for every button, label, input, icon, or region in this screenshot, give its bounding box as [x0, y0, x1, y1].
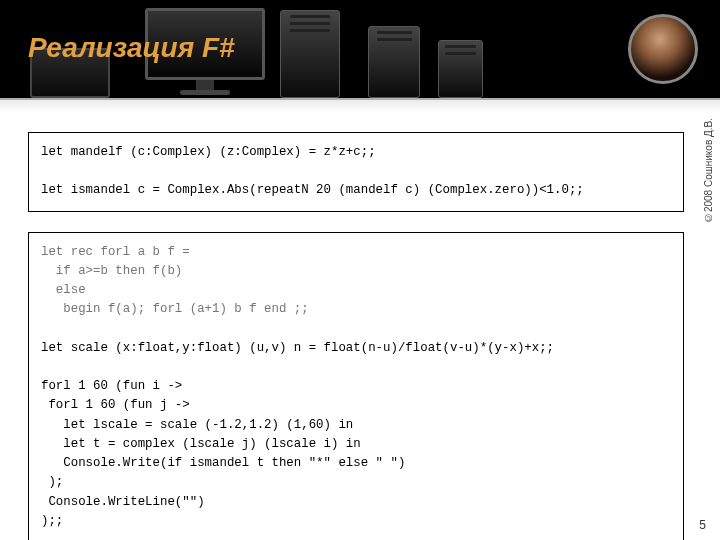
code-line: let rec forl a b f = [41, 245, 190, 259]
code-line: let mandelf (c:Complex) (z:Complex) = z*… [41, 145, 376, 159]
code-line: if a>=b then f(b) [41, 264, 182, 278]
slide-content: let mandelf (c:Complex) (z:Complex) = z*… [0, 118, 720, 540]
code-block-1: let mandelf (c:Complex) (z:Complex) = z*… [28, 132, 684, 212]
code-line: let lscale = scale (-1.2,1.2) (1,60) in [41, 418, 353, 432]
code-line: forl 1 60 (fun i -> [41, 379, 182, 393]
code-line: forl 1 60 (fun j -> [41, 398, 190, 412]
code-line: else [41, 283, 86, 297]
header-shadow [0, 98, 720, 112]
presenter-avatar [628, 14, 698, 84]
code-line: let ismandel c = Complex.Abs(repeatN 20 … [41, 183, 584, 197]
tower-graphic-2 [368, 26, 420, 98]
code-line: );; [41, 514, 63, 528]
code-line: begin f(a); forl (a+1) b f end ;; [41, 302, 309, 316]
tower-graphic-3 [438, 40, 483, 98]
slide-title: Реализация F# [28, 32, 235, 64]
page-number: 5 [699, 518, 706, 532]
slide-header: Реализация F# [0, 0, 720, 98]
code-line: let t = complex (lscale j) (lscale i) in [41, 437, 361, 451]
code-block-2: let rec forl a b f = if a>=b then f(b) e… [28, 232, 684, 540]
code-line: ); [41, 475, 63, 489]
tower-graphic-1 [280, 10, 340, 98]
code-line: let scale (x:float,y:float) (u,v) n = fl… [41, 341, 554, 355]
code-line: Console.Write(if ismandel t then "*" els… [41, 456, 405, 470]
code-line: Console.WriteLine("") [41, 495, 205, 509]
